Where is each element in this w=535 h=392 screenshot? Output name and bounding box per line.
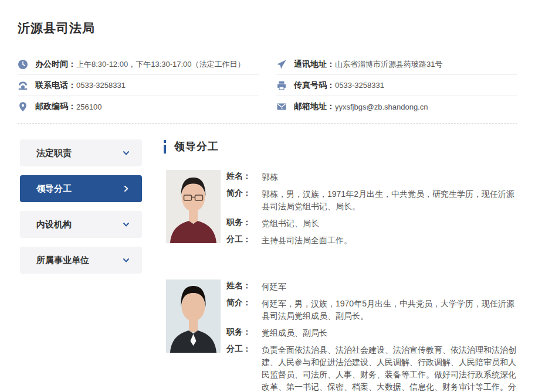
detail-row-name: 姓名： 郭栋 — [226, 171, 517, 183]
paper-plane-icon — [276, 59, 287, 70]
sidebar-item-affiliated-units[interactable]: 所属事业单位 — [20, 247, 142, 274]
sidebar-item-label: 所属事业单位 — [36, 255, 122, 266]
detail-row-duty: 分工： 负责全面依法治县、法治社会建设、法治宣传教育、依法治理和法治创建、人民参… — [226, 344, 517, 392]
sidebar-item-label: 法定职责 — [36, 148, 122, 159]
page-title: 沂源县司法局 — [18, 20, 517, 36]
detail-row-duty: 分工： 主持县司法局全面工作。 — [226, 234, 517, 247]
field-label: 姓名： — [226, 281, 262, 293]
contact-label: 联系电话： — [35, 80, 76, 91]
sidebar-item-internal-organs[interactable]: 内设机构 — [20, 211, 142, 238]
leader-intro: 何廷军，男，汉族，1970年5月出生，中共党员，大学学历，现任沂源县司法局党组成… — [262, 298, 517, 322]
field-label: 分工： — [226, 234, 262, 247]
leader-profile: 姓名： 何廷军 简介： 何廷军，男，汉族，1970年5月出生，中共党员，大学学历… — [164, 279, 517, 392]
field-label: 职务： — [226, 327, 262, 339]
sidebar-item-label: 内设机构 — [36, 219, 122, 230]
field-label: 姓名： — [226, 171, 262, 183]
chevron-down-icon — [122, 220, 130, 229]
leader-details: 姓名： 郭栋 简介： 郭栋，男，汉族，1971年2月出生，中共党员，研究生学历，… — [226, 170, 517, 251]
leader-name: 郭栋 — [262, 171, 517, 183]
section-heading: 领导分工 — [164, 139, 517, 154]
contact-value: yyxsfjbgs@zb.shandong.cn — [335, 103, 428, 111]
fax-printer-icon — [276, 80, 287, 91]
contact-value: 0533-3258331 — [335, 81, 384, 90]
detail-row-title: 职务： 党组书记、局长 — [226, 217, 517, 230]
contact-label: 办公时间： — [35, 59, 76, 70]
contact-label: 邮政编码： — [35, 101, 76, 112]
sidebar-item-legal-duties[interactable]: 法定职责 — [20, 139, 142, 166]
mail-icon — [276, 101, 287, 112]
leader-duty: 负责全面依法治县、法治社会建设、法治宣传教育、依法治理和法治创建、人民参与和促进… — [262, 344, 517, 392]
detail-row-name: 姓名： 何廷军 — [226, 281, 517, 293]
clock-icon — [18, 59, 28, 70]
contact-info-grid: 办公时间： 上午8:30-12:00，下午13:30-17:00（法定工作日） … — [18, 54, 517, 117]
leader-title: 党组成员、副局长 — [262, 327, 517, 339]
field-label: 简介： — [226, 188, 262, 213]
heading-bar-icon — [164, 140, 166, 154]
leader-details: 姓名： 何廷军 简介： 何廷军，男，汉族，1970年5月出生，中共党员，大学学历… — [226, 279, 517, 392]
contact-value: 256100 — [76, 103, 101, 111]
contact-item-office-hours: 办公时间： 上午8:30-12:00，下午13:30-17:00（法定工作日） — [18, 54, 259, 75]
contact-value: 上午8:30-12:00，下午13:30-17:00（法定工作日） — [76, 59, 245, 70]
content-area: 法定职责 领导分工 内设机构 所属事业单位 领导分工 — [18, 139, 517, 392]
contact-item-phone: 联系电话： 0533-3258331 — [18, 75, 259, 96]
contact-item-fax: 传真号码： 0533-3258331 — [276, 75, 517, 96]
leader-duty: 主持县司法局全面工作。 — [262, 234, 517, 247]
phone-icon — [18, 80, 28, 91]
dashed-separator — [18, 123, 517, 124]
contact-label: 传真号码： — [294, 80, 335, 91]
field-label: 简介： — [226, 298, 262, 322]
sidebar-item-label: 领导分工 — [36, 183, 122, 195]
contact-label: 邮箱地址： — [294, 101, 335, 112]
leader-profile: 姓名： 郭栋 简介： 郭栋，男，汉族，1971年2月出生，中共党员，研究生学历，… — [164, 170, 517, 251]
contact-value: 0533-3258331 — [76, 81, 126, 90]
leader-photo — [166, 170, 221, 243]
leader-title: 党组书记、局长 — [262, 217, 517, 230]
contact-item-email: 邮箱地址： yyxsfjbgs@zb.shandong.cn — [276, 96, 517, 117]
detail-row-intro: 简介： 何廷军，男，汉族，1970年5月出生，中共党员，大学学历，现任沂源县司法… — [226, 298, 517, 322]
contact-value: 山东省淄博市沂源县药玻路31号 — [335, 59, 442, 70]
sidebar: 法定职责 领导分工 内设机构 所属事业单位 — [20, 139, 142, 392]
chevron-right-icon — [122, 185, 130, 193]
detail-row-title: 职务： 党组成员、副局长 — [226, 327, 517, 339]
detail-row-intro: 简介： 郭栋，男，汉族，1971年2月出生，中共党员，研究生学历，现任沂源县司法… — [226, 188, 517, 213]
leader-photo — [166, 279, 221, 353]
contact-label: 通讯地址： — [294, 59, 335, 70]
chevron-down-icon — [122, 149, 130, 157]
contact-item-mailing-address: 通讯地址： 山东省淄博市沂源县药玻路31号 — [276, 54, 517, 75]
map-pin-icon — [18, 101, 28, 112]
field-label: 分工： — [226, 344, 262, 392]
page: 沂源县司法局 办公时间： 上午8:30-12:00，下午13:30-17:00（… — [0, 0, 535, 392]
section-title: 领导分工 — [174, 139, 219, 154]
leader-intro: 郭栋，男，汉族，1971年2月出生，中共党员，研究生学历，现任沂源县司法局党组书… — [262, 188, 517, 213]
chevron-down-icon — [122, 256, 130, 264]
field-label: 职务： — [226, 217, 262, 230]
contact-item-postcode: 邮政编码： 256100 — [18, 96, 259, 117]
sidebar-item-leadership-division[interactable]: 领导分工 — [20, 175, 142, 202]
leader-name: 何廷军 — [262, 281, 517, 293]
main-panel: 领导分工 — [164, 139, 517, 392]
